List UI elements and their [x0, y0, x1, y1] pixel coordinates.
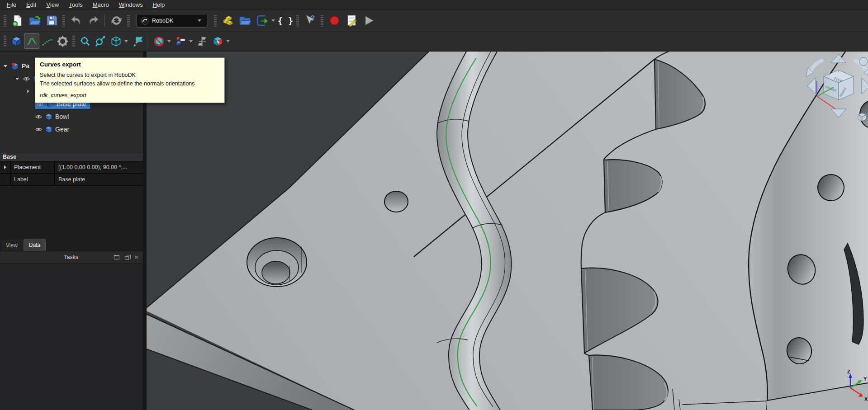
select-cube-icon [212, 36, 223, 47]
tree-item-label: Pa [22, 62, 29, 70]
combo-view-tabs: View Data [0, 237, 143, 251]
menu-file[interactable]: File [2, 0, 21, 9]
refresh-button[interactable] [108, 12, 125, 29]
collision-check-button[interactable] [151, 33, 166, 49]
property-row-label[interactable]: LabelBase plate [0, 174, 143, 186]
toolbar-grip[interactable] [127, 15, 130, 27]
braces-icon: { } [278, 16, 293, 26]
eye-icon [35, 127, 42, 132]
tree-item-bowl[interactable]: Bowl [0, 110, 143, 123]
navcube-circle [859, 57, 868, 66]
edit-macro-button[interactable] [343, 12, 360, 29]
toolbar-grip[interactable] [72, 35, 75, 47]
toolbar-grip[interactable] [296, 15, 299, 27]
3d-viewport[interactable]: TOP FRONT RIGHT [147, 52, 868, 410]
collision-dropdown-icon[interactable] [167, 40, 171, 42]
select-dropdown-icon[interactable] [226, 40, 230, 42]
menu-edit[interactable]: Edit [21, 0, 41, 9]
view-dropdown-icon[interactable] [124, 40, 128, 42]
menu-bar: FileEditViewToolsMacroWindowsHelp [0, 0, 868, 10]
frame-icon [175, 36, 186, 47]
z-axis-label: Z [847, 369, 850, 374]
small-hole[interactable] [384, 191, 408, 212]
expand-arrow-icon[interactable] [4, 65, 7, 67]
curves-export-button[interactable] [24, 33, 39, 49]
redo-button[interactable] [85, 12, 102, 29]
export-dropdown-icon[interactable] [271, 19, 275, 22]
fit-all-button[interactable] [77, 33, 93, 49]
frame-dropdown-icon[interactable] [189, 40, 193, 42]
expand-arrow-icon[interactable] [15, 78, 19, 80]
curves-export-icon [26, 36, 38, 47]
property-group-header[interactable]: Base [0, 152, 143, 161]
toolbar-grip[interactable] [214, 15, 217, 27]
isometric-view-button[interactable] [108, 33, 123, 49]
workbench-selector[interactable]: RoboDK [137, 14, 207, 28]
toolbar-grip[interactable] [62, 15, 65, 27]
box-view-button[interactable] [9, 33, 24, 49]
menu-help[interactable]: Help [148, 0, 170, 9]
y-axis-label: Y [863, 376, 867, 382]
property-expander[interactable] [0, 161, 11, 173]
float-panel-button[interactable] [125, 255, 129, 260]
tree-item-label: Bowl [55, 113, 69, 120]
menu-windows[interactable]: Windows [114, 0, 148, 9]
application-window: FileEditViewToolsMacroWindowsHelp RoboDK [0, 0, 868, 410]
eye-icon [23, 76, 30, 81]
points-export-button[interactable] [39, 33, 55, 49]
load-library-button[interactable] [219, 12, 236, 29]
close-panel-button[interactable]: × [134, 255, 138, 259]
menu-macro[interactable]: Macro [88, 0, 114, 9]
code-braces-button[interactable]: { } [277, 12, 294, 29]
toolbar-grip[interactable] [4, 35, 6, 47]
whats-this-button[interactable]: ? [301, 12, 318, 29]
settings-button[interactable] [55, 33, 70, 49]
property-value[interactable]: [(1.00 0.00 0.00); 90.00 °;... [55, 161, 143, 173]
measure-button[interactable] [194, 33, 210, 49]
tab-data[interactable]: Data [24, 239, 46, 251]
property-row-placement[interactable]: Placement[(1.00 0.00 0.00); 90.00 °;... [0, 161, 143, 174]
part-icon [11, 62, 19, 70]
collapse-arrow-icon[interactable] [27, 90, 29, 93]
counterbore-hole[interactable] [247, 238, 307, 287]
open-folder-icon [28, 14, 41, 27]
folder-icon [239, 14, 251, 27]
toolbar-separator [148, 35, 148, 47]
dock-panel-button[interactable] [114, 255, 119, 259]
select-face-button[interactable] [210, 33, 225, 49]
play-icon [363, 14, 375, 27]
run-macro-button[interactable] [360, 12, 377, 29]
new-document-button[interactable] [9, 12, 26, 29]
open-project-button[interactable] [236, 12, 253, 29]
tab-view[interactable]: View [1, 240, 23, 251]
tree-item-gear[interactable]: Gear [0, 123, 143, 136]
tooltip-line2: The selected surfaces allow to define th… [40, 80, 220, 88]
undo-button[interactable] [67, 12, 85, 29]
zoom-selection-button[interactable] [93, 33, 108, 49]
record-macro-button[interactable] [326, 12, 343, 29]
toolbar-grip[interactable] [4, 15, 6, 27]
menu-tools[interactable]: Tools [64, 0, 87, 9]
iso-cube-icon [110, 36, 122, 47]
property-value[interactable]: Base plate [55, 174, 143, 185]
toolbar-file: RoboDK { } ? [0, 10, 868, 32]
property-name: Placement [11, 161, 55, 173]
undo-icon [70, 14, 82, 27]
tasks-panel-body [0, 264, 143, 410]
toolbar-grip[interactable] [321, 15, 323, 27]
panel-splitter[interactable] [143, 52, 147, 410]
export-simulation-button[interactable] [130, 33, 145, 49]
chevron-down-icon [198, 19, 201, 22]
x-axis-label: X [864, 396, 868, 402]
tooltip-command: rdk_curves_export [40, 92, 220, 99]
redo-icon [87, 14, 100, 27]
save-button[interactable] [43, 12, 60, 29]
tooltip-line1: Select the curves to export in RoboDK [40, 71, 220, 80]
tree-item-label: Gear [55, 126, 69, 133]
menu-view[interactable]: View [41, 0, 64, 9]
workbench-value: RoboDK [152, 18, 173, 24]
tasks-panel-header: Tasks × [0, 251, 143, 264]
reference-frame-button[interactable] [173, 33, 188, 49]
export-button[interactable] [253, 12, 270, 29]
open-file-button[interactable] [26, 12, 43, 29]
